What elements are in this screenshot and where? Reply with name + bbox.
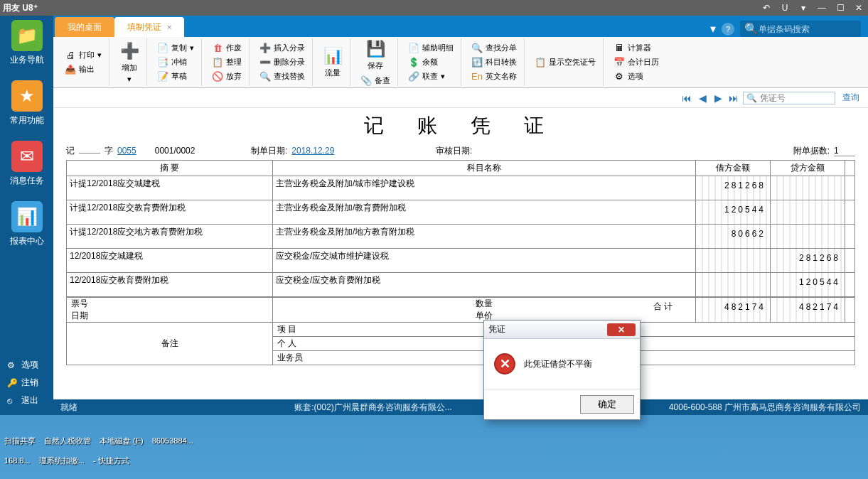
tidy-icon: 📋 bbox=[212, 57, 223, 68]
table-row[interactable]: 计提12/2018应交城建税主营业务税金及附加/城市维护建设税281268 bbox=[67, 176, 855, 200]
close-button[interactable]: ✕ bbox=[852, 2, 865, 14]
opt-icon: ⚙ bbox=[614, 71, 625, 82]
search-icon: 🔍 bbox=[744, 22, 759, 36]
sidebar-logout[interactable]: 🔑注销 bbox=[0, 374, 53, 392]
table-row[interactable]: 计提12/2018应交教育费附加税主营业务税金及附加/教育费附加税120544 bbox=[67, 200, 855, 225]
abandon-button[interactable]: 🚫放弃 bbox=[209, 70, 245, 83]
findv-icon: 🔍 bbox=[471, 43, 483, 54]
error-dialog: 凭证 ✕ ✕ 此凭证借贷不平衡 确定 bbox=[483, 320, 641, 420]
opt-button[interactable]: ⚙选项 bbox=[611, 70, 662, 83]
print-icon: 🖨 bbox=[65, 50, 76, 61]
sidebar-item-report[interactable]: 📊报表中心 bbox=[10, 201, 44, 247]
bal-button[interactable]: 💲余额 bbox=[405, 56, 456, 69]
u-button[interactable]: U bbox=[778, 2, 791, 14]
desktop-area: 扫描共享 自然人税收管 本地磁盘 (E) 86053884... 168.8..… bbox=[0, 431, 868, 479]
voucher-no[interactable]: 0055 bbox=[117, 146, 136, 156]
findv-button[interactable]: 🔍查找分单 bbox=[468, 42, 520, 55]
last-button[interactable]: ⏭ bbox=[727, 92, 740, 104]
exit-icon: ⎋ bbox=[7, 396, 17, 406]
tab-voucher[interactable]: 填制凭证× bbox=[114, 17, 184, 37]
col-credit: 贷方金额 bbox=[771, 161, 845, 176]
sidebar-exit[interactable]: ⎋退出 bbox=[0, 392, 53, 409]
help-button[interactable]: ? bbox=[722, 23, 734, 36]
app-title: 用友 U8⁺ bbox=[3, 2, 38, 14]
insert-icon: ➕ bbox=[259, 43, 271, 54]
col-debit: 借方金额 bbox=[696, 161, 771, 176]
add-button[interactable]: ➕增加 ▾ bbox=[117, 40, 142, 85]
tab-desktop[interactable]: 我的桌面 bbox=[55, 17, 114, 37]
aux-icon: 📄 bbox=[408, 43, 419, 54]
dialog-close[interactable]: ✕ bbox=[607, 323, 636, 336]
titlebar: 用友 U8⁺ ↶ U ▾ — ☐ ✕ bbox=[0, 0, 868, 16]
calc-icon: 🖩 bbox=[614, 43, 625, 54]
save-icon: 💾 bbox=[365, 39, 385, 59]
gear-icon: ⚙ bbox=[7, 360, 17, 370]
table-row[interactable]: 12/2018应交城建税应交税金/应交城市维护建设税281268 bbox=[67, 249, 855, 273]
showempty-button[interactable]: 📋显示空凭证号 bbox=[532, 56, 599, 69]
query-button[interactable]: 查询 bbox=[842, 92, 859, 104]
print-button[interactable]: 🖨打印 ▾ bbox=[62, 49, 105, 62]
insline-button[interactable]: ➕插入分录 bbox=[257, 42, 308, 55]
undo-button[interactable]: ↶ bbox=[760, 2, 773, 14]
prev-button[interactable]: ◀ bbox=[696, 92, 709, 104]
status-right: 4006-600-588 广州市高马思商务咨询服务有限公司 bbox=[669, 402, 861, 414]
voucher-no-input[interactable] bbox=[760, 93, 828, 103]
dialog-ok-button[interactable]: 确定 bbox=[580, 395, 634, 414]
barcode-input[interactable] bbox=[759, 24, 858, 34]
barcode-search[interactable]: 🔍 bbox=[740, 21, 861, 37]
sidebar-options[interactable]: ⚙选项 bbox=[0, 356, 53, 374]
en-icon: En bbox=[471, 71, 483, 82]
sidebar: 📁业务导航 ★常用功能 ✉消息任务 📊报表中心 ⚙选项 🔑注销 ⎋退出 bbox=[0, 16, 53, 415]
tidy-button[interactable]: 📋整理 bbox=[209, 56, 245, 69]
mail-icon: ✉ bbox=[11, 141, 43, 172]
conv-icon: 🔃 bbox=[471, 57, 483, 68]
statusbar: 就绪 账套:(002)广州晨群商务咨询服务有限公... 4006-600-588… bbox=[53, 399, 868, 415]
link-icon: 🔗 bbox=[408, 71, 419, 82]
tabbar: 我的桌面 填制凭证× ▾ ? 🔍 bbox=[53, 16, 868, 37]
dd-button[interactable]: ▾ bbox=[797, 2, 810, 14]
save-button[interactable]: 💾保存 bbox=[363, 38, 388, 72]
rush-button[interactable]: 📑冲销 bbox=[154, 56, 197, 69]
abandon-icon: 🚫 bbox=[212, 71, 223, 82]
status-left: 就绪 bbox=[60, 402, 77, 414]
max-button[interactable]: ☐ bbox=[834, 2, 847, 14]
table-row[interactable]: 计提12/2018应交地方教育费附加税主营业务税金及附加/地方教育附加税8066… bbox=[67, 225, 855, 249]
first-button[interactable]: ⏮ bbox=[680, 92, 693, 104]
export-icon: 📤 bbox=[65, 64, 76, 75]
calc-button[interactable]: 🖩计算器 bbox=[611, 42, 662, 55]
sidebar-item-msg[interactable]: ✉消息任务 bbox=[10, 141, 44, 187]
voucher-grid[interactable]: 摘 要 科目名称 借方金额 贷方金额 计提12/2018应交城建税主营业务税金及… bbox=[66, 160, 855, 297]
enname-button[interactable]: En英文名称 bbox=[468, 70, 520, 83]
sidebar-item-fav[interactable]: ★常用功能 bbox=[10, 80, 44, 127]
delline-button[interactable]: ➖删除分录 bbox=[257, 56, 308, 69]
rush-icon: 📑 bbox=[157, 57, 168, 68]
nav-row: ⏮ ◀ ▶ ⏭ 🔍 查询 bbox=[53, 88, 868, 108]
findrep-button[interactable]: 🔍查找替换 bbox=[257, 70, 308, 83]
check-icon: 📎 bbox=[360, 75, 372, 86]
tab-close-icon[interactable]: × bbox=[167, 23, 171, 31]
voucher-footer-grid: 票号日期 数量单价 合 计482174 482174 备注 项 目部 门 个 人… bbox=[66, 297, 855, 365]
voucher-title: 记 账 凭 证 bbox=[66, 112, 855, 139]
flow-button[interactable]: 📊流量 bbox=[320, 45, 345, 80]
caldiary-button[interactable]: 📅会计日历 bbox=[611, 56, 662, 69]
col-subject: 科目名称 bbox=[273, 161, 696, 176]
void-button[interactable]: 🗑作废 bbox=[209, 42, 245, 55]
subjconv-button[interactable]: 🔃科目转换 bbox=[468, 56, 520, 69]
output-button[interactable]: 📤输出 bbox=[62, 63, 105, 76]
table-row[interactable]: 12/2018应交教育费附加税应交税金/应交教育费附加税120544 bbox=[67, 273, 855, 297]
tabbar-dd[interactable]: ▾ bbox=[710, 22, 716, 36]
make-date[interactable]: 2018.12.29 bbox=[291, 146, 334, 156]
copy-button[interactable]: 📄复制 ▾ bbox=[154, 42, 197, 55]
aux-button[interactable]: 📄辅助明细 bbox=[405, 42, 456, 55]
key-icon: 🔑 bbox=[7, 378, 17, 388]
link-button[interactable]: 🔗联查 ▾ bbox=[405, 70, 456, 83]
check-button[interactable]: 📎备查 bbox=[358, 74, 393, 87]
flow-icon: 📊 bbox=[323, 46, 343, 66]
attach-count[interactable]: 1 bbox=[834, 146, 855, 156]
add-icon: ➕ bbox=[119, 41, 139, 61]
next-button[interactable]: ▶ bbox=[712, 92, 724, 104]
voucher-no-search[interactable]: 🔍 bbox=[743, 92, 835, 104]
draft-button[interactable]: 📝草稿 bbox=[154, 70, 197, 83]
min-button[interactable]: — bbox=[815, 2, 828, 14]
sidebar-item-nav[interactable]: 📁业务导航 bbox=[10, 20, 44, 66]
